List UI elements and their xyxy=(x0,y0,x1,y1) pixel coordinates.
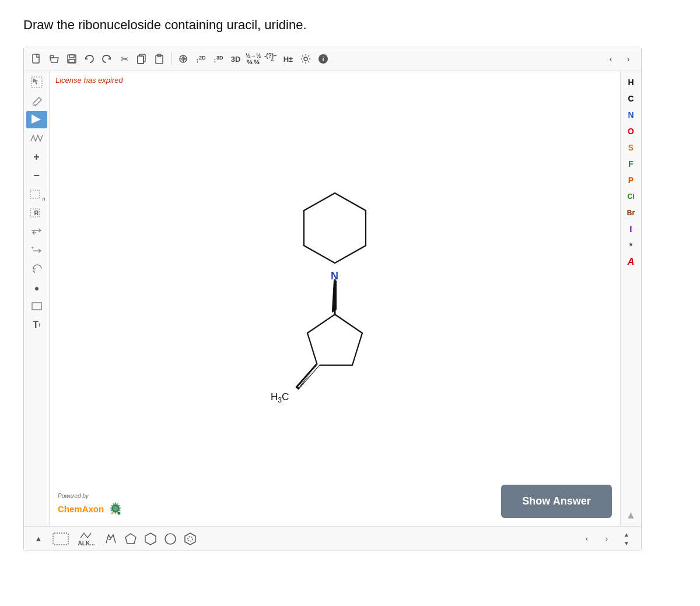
left-tool-panel: + − n R xyxy=(24,71,50,526)
rectangle-tool[interactable] xyxy=(26,297,47,315)
toolbar-separator-1 xyxy=(171,52,172,65)
save-file-button[interactable] xyxy=(64,51,80,67)
dot-tool[interactable] xyxy=(26,279,47,296)
hplus-button[interactable]: H± xyxy=(280,51,296,67)
svg-marker-18 xyxy=(33,78,38,85)
powered-by-text: Powered by xyxy=(58,493,89,499)
alk-tool-btn[interactable]: ALK... xyxy=(74,531,99,547)
circle-tool-btn[interactable] xyxy=(162,531,179,547)
svg-point-27 xyxy=(35,287,38,290)
svg-point-46 xyxy=(188,537,192,541)
svg-rect-28 xyxy=(32,303,41,310)
scroll-right-btn[interactable]: › xyxy=(620,51,636,67)
aromatic-tool-btn[interactable] xyxy=(181,531,199,547)
atom-H[interactable]: H xyxy=(622,76,640,89)
canvas-area[interactable]: License has expired N xyxy=(50,71,620,526)
hexagon-tool-btn[interactable] xyxy=(142,531,159,547)
svg-text:H3C: H3C xyxy=(271,391,289,404)
atom-F[interactable]: F xyxy=(622,157,640,170)
rgroup-tool[interactable]: R xyxy=(26,204,47,222)
page-title: Draw the ribonuceloside containing uraci… xyxy=(23,17,677,33)
atom-I[interactable]: I xyxy=(622,223,640,236)
open-file-button[interactable] xyxy=(46,51,62,67)
select-tool[interactable] xyxy=(26,73,47,91)
chemaxon-icon xyxy=(106,499,125,518)
bottom-toolbar: ▲ ALK... xyxy=(24,526,641,551)
map-tool[interactable]: + xyxy=(26,241,47,259)
reaction-tool[interactable] xyxy=(26,223,47,240)
nav-left-btn[interactable]: ‹ xyxy=(578,531,596,547)
svg-marker-42 xyxy=(125,534,136,544)
svg-rect-21 xyxy=(30,190,40,198)
scroll-bottom-btn[interactable]: ▼ xyxy=(618,539,635,547)
atom-S[interactable]: S xyxy=(622,141,640,154)
svg-marker-20 xyxy=(32,114,41,124)
erase-tool[interactable] xyxy=(26,92,47,110)
new-file-button[interactable] xyxy=(29,51,45,67)
svg-point-39 xyxy=(118,512,121,515)
svg-marker-33 xyxy=(307,314,362,365)
top-toolbar: ✂ ↕2D ↕ xyxy=(24,47,641,71)
atom-any[interactable]: A xyxy=(622,255,640,268)
svg-marker-29 xyxy=(304,193,366,263)
atom-Br[interactable]: Br xyxy=(622,206,640,219)
svg-rect-3 xyxy=(69,55,74,58)
plus-tool[interactable]: + xyxy=(26,148,47,166)
atom-wildcard[interactable]: * xyxy=(622,239,640,252)
svg-marker-43 xyxy=(145,533,156,545)
bottom-right-controls: ‹ › ▲ ▼ xyxy=(578,530,635,547)
scroll-up-button[interactable]: ▲ xyxy=(30,531,47,547)
3d-view-button[interactable]: 3D xyxy=(228,51,244,67)
info-button[interactable]: i xyxy=(315,51,331,67)
repeat-unit-tool[interactable]: n xyxy=(26,185,47,203)
editor-container: ✂ ↕2D ↕ xyxy=(23,47,642,551)
atom-Cl[interactable]: Cl xyxy=(622,190,640,203)
arrow-tool[interactable] xyxy=(26,111,47,128)
scroll-top-btn[interactable]: ▲ xyxy=(618,530,635,538)
svg-rect-4 xyxy=(69,59,75,62)
license-notice: License has expired xyxy=(55,76,123,85)
fragment-tool-btn[interactable] xyxy=(50,531,72,547)
settings-button[interactable] xyxy=(298,51,314,67)
minus-tool[interactable]: − xyxy=(26,167,47,184)
stereo-button[interactable]: ½→½⅔ ⅔ xyxy=(245,51,261,67)
3d-clean-button[interactable]: ↕3D xyxy=(210,51,226,67)
bottom-left-tools: ▲ ALK... xyxy=(30,531,199,547)
undo-button[interactable] xyxy=(81,51,97,67)
show-answer-button[interactable]: Show Answer xyxy=(501,485,612,518)
svg-point-14 xyxy=(304,57,307,61)
alk-label: ALK... xyxy=(78,540,95,547)
atom-O[interactable]: O xyxy=(622,125,640,138)
copy-button[interactable] xyxy=(134,51,150,67)
svg-rect-41 xyxy=(53,533,68,545)
nav-right-btn[interactable]: › xyxy=(598,531,615,547)
chemaxon-logo: Powered by ChemAxon xyxy=(58,493,125,518)
redo-button[interactable] xyxy=(99,51,115,67)
text-tool[interactable]: T I xyxy=(26,316,47,334)
svg-text:+: + xyxy=(31,245,34,251)
paste-button[interactable] xyxy=(151,51,167,67)
molecule-drawing: N H3C xyxy=(242,164,428,409)
hcount-button[interactable]: -(?)− " xyxy=(262,51,279,67)
svg-rect-0 xyxy=(33,54,39,63)
svg-point-44 xyxy=(165,534,176,544)
atom-N[interactable]: N xyxy=(622,108,640,121)
atom-C[interactable]: C xyxy=(622,92,640,105)
svg-point-40 xyxy=(111,513,113,514)
svg-text:i: i xyxy=(322,55,324,62)
scroll-left-btn[interactable]: ‹ xyxy=(603,51,619,67)
chain-tool[interactable] xyxy=(26,129,47,147)
pentagon-tool-btn[interactable] xyxy=(122,531,139,547)
cut-button[interactable]: ✂ xyxy=(116,51,132,67)
rotate-tool[interactable] xyxy=(26,260,47,278)
editor-main: + − n R xyxy=(24,71,641,526)
svg-rect-6 xyxy=(138,56,144,64)
right-scroll-indicator[interactable]: ▲ xyxy=(626,509,636,521)
atom-P[interactable]: P xyxy=(622,174,640,187)
svg-marker-45 xyxy=(185,533,195,545)
2d-button[interactable]: ↕2D xyxy=(192,51,209,67)
right-atom-panel: H C N O S F P Cl Br I * A ▲ xyxy=(620,71,641,526)
chemaxon-brand: ChemAxon xyxy=(58,504,104,514)
amino-tool-btn[interactable] xyxy=(101,531,120,547)
search-button[interactable] xyxy=(175,51,191,67)
